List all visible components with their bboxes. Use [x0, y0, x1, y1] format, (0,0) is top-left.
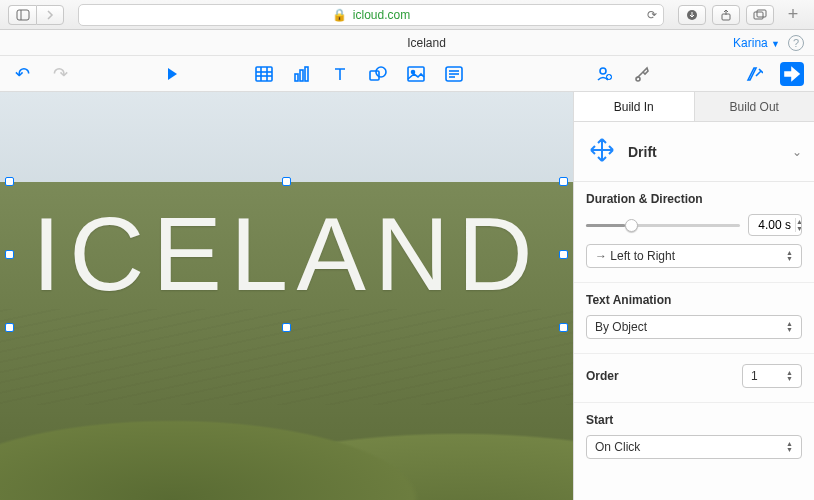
svg-rect-12	[300, 70, 303, 81]
resize-handle[interactable]	[5, 323, 14, 332]
svg-rect-6	[256, 67, 272, 81]
text-animation-select[interactable]: By Object ▲▼	[586, 315, 802, 339]
order-select[interactable]: 1 ▲▼	[742, 364, 802, 388]
svg-point-22	[600, 68, 606, 74]
drift-icon	[586, 134, 618, 169]
selected-text-box[interactable]: ICELAND	[10, 182, 563, 327]
downloads-button[interactable]	[678, 5, 706, 25]
chevron-down-icon: ⌄	[792, 145, 802, 159]
effect-picker[interactable]: Drift ⌄	[574, 122, 814, 182]
order-label: Order	[586, 369, 626, 383]
slide-canvas[interactable]: ICELAND	[0, 92, 573, 500]
comment-tool[interactable]	[442, 62, 466, 86]
text-tool[interactable]	[328, 62, 352, 86]
svg-point-24	[636, 77, 640, 81]
step-down[interactable]: ▼	[796, 225, 802, 232]
tab-build-out[interactable]: Build Out	[695, 92, 815, 121]
document-title: Iceland	[120, 36, 733, 50]
undo-button[interactable]: ↶	[10, 62, 34, 86]
play-button[interactable]	[160, 62, 184, 86]
chevron-down-icon: ▼	[771, 39, 780, 49]
format-button[interactable]	[742, 62, 766, 86]
direction-select[interactable]: → Left to Right ▲▼	[586, 244, 802, 268]
table-tool[interactable]	[252, 62, 276, 86]
text-animation-label: Text Animation	[586, 293, 802, 307]
chart-tool[interactable]	[290, 62, 314, 86]
url-text: icloud.com	[353, 8, 410, 22]
svg-rect-5	[757, 10, 766, 17]
help-button[interactable]: ?	[788, 35, 804, 51]
user-menu[interactable]: Karina ▼	[733, 36, 780, 50]
step-up[interactable]: ▲	[796, 218, 802, 225]
sidebar-toggle-button[interactable]	[8, 5, 36, 25]
document-title-bar: Iceland Karina ▼ ?	[0, 30, 814, 56]
shape-tool[interactable]	[366, 62, 390, 86]
resize-handle[interactable]	[282, 323, 291, 332]
tabs-button[interactable]	[746, 5, 774, 25]
redo-button: ↷	[48, 62, 72, 86]
resize-handle[interactable]	[559, 177, 568, 186]
duration-section-label: Duration & Direction	[586, 192, 802, 206]
headline-text: ICELAND	[10, 182, 563, 327]
svg-rect-13	[305, 67, 308, 81]
back-forward-button[interactable]	[36, 5, 64, 25]
svg-point-15	[376, 67, 386, 77]
address-bar[interactable]: 🔒 icloud.com ⟳	[78, 4, 664, 26]
start-label: Start	[586, 413, 802, 427]
lock-icon: 🔒	[332, 8, 347, 22]
resize-handle[interactable]	[559, 250, 568, 259]
settings-button[interactable]	[630, 62, 654, 86]
collaborate-button[interactable]	[592, 62, 616, 86]
resize-handle[interactable]	[5, 177, 14, 186]
share-button[interactable]	[712, 5, 740, 25]
svg-rect-0	[17, 10, 29, 20]
resize-handle[interactable]	[282, 177, 291, 186]
inspector-panel: Build In Build Out Drift ⌄ Duration & Di…	[573, 92, 814, 500]
tab-build-in[interactable]: Build In	[574, 92, 695, 121]
image-tool[interactable]	[404, 62, 428, 86]
svg-rect-4	[754, 12, 763, 19]
effect-name: Drift	[628, 144, 782, 160]
browser-titlebar: 🔒 icloud.com ⟳ +	[0, 0, 814, 30]
new-tab-button[interactable]: +	[780, 0, 806, 30]
app-toolbar: ↶ ↷	[0, 56, 814, 92]
resize-handle[interactable]	[5, 250, 14, 259]
reload-icon[interactable]: ⟳	[647, 8, 657, 22]
duration-field[interactable]: ▲▼	[748, 214, 802, 236]
animate-button[interactable]	[780, 62, 804, 86]
duration-slider[interactable]	[586, 224, 740, 227]
svg-rect-11	[295, 74, 298, 81]
start-select[interactable]: On Click ▲▼	[586, 435, 802, 459]
resize-handle[interactable]	[559, 323, 568, 332]
